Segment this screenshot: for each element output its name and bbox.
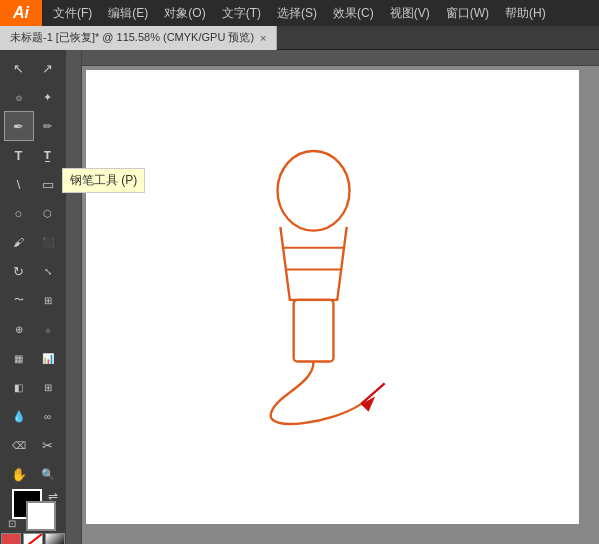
vertical-ruler — [66, 50, 82, 544]
toolbar: ↖ ↗ ⌾ ✦ ✒ ✏ T T̲ \ ▭ ○ ⬡ 🖌 ⬛ ↻ ⤡ — [0, 50, 66, 544]
zoom-tool[interactable]: 🔍 — [34, 460, 62, 488]
tool-row-14: ⌫ ✂ — [5, 431, 62, 459]
line-tool[interactable]: \ — [5, 170, 33, 198]
tool-row-3: ✒ ✏ — [5, 112, 62, 140]
scissors-tool[interactable]: ✂ — [34, 431, 62, 459]
type-tool[interactable]: T — [5, 141, 33, 169]
shape-builder-tool[interactable]: ⊕ — [5, 315, 33, 343]
color-swatches: ⇌ ⊡ — [8, 489, 58, 529]
mesh-tool[interactable]: ⊞ — [34, 373, 62, 401]
rotate-tool[interactable]: ↻ — [5, 257, 33, 285]
scale-tool[interactable]: ⤡ — [34, 257, 62, 285]
svg-rect-4 — [294, 300, 334, 362]
polygon-tool[interactable]: ⬡ — [34, 199, 62, 227]
bar-graph-tool[interactable]: 📊 — [34, 344, 62, 372]
pen-cursor-arrow — [361, 383, 385, 411]
tool-row-11: ▦ 📊 — [5, 344, 62, 372]
direct-select-tool[interactable]: ↗ — [34, 54, 62, 82]
menu-effect[interactable]: 效果(C) — [326, 3, 381, 24]
menu-bar: Ai 文件(F) 编辑(E) 对象(O) 文字(T) 选择(S) 效果(C) 视… — [0, 0, 599, 26]
background-swatch[interactable] — [26, 501, 56, 531]
tab-label: 未标题-1 [已恢复]* @ 115.58% (CMYK/GPU 预览) — [10, 30, 254, 45]
hand-tool[interactable]: ✋ — [5, 460, 33, 488]
toolbar-bottom: ⇌ ⊡ ▭ ▬ ⊡ — [0, 489, 66, 544]
main-area: ↖ ↗ ⌾ ✦ ✒ ✏ T T̲ \ ▭ ○ ⬡ 🖌 ⬛ ↻ ⤡ — [0, 50, 599, 544]
color-mode-row — [1, 533, 65, 544]
menu-object[interactable]: 对象(O) — [157, 3, 212, 24]
tool-row-10: ⊕ ⬦ — [5, 315, 62, 343]
no-fill-button[interactable] — [23, 533, 43, 544]
menu-edit[interactable]: 编辑(E) — [101, 3, 155, 24]
eyedropper-tool[interactable]: 💧 — [5, 402, 33, 430]
gradient-fill-button[interactable] — [45, 533, 65, 544]
menu-view[interactable]: 视图(V) — [383, 3, 437, 24]
tool-row-12: ◧ ⊞ — [5, 373, 62, 401]
svg-point-1 — [278, 151, 350, 231]
pen-tool[interactable]: ✒ — [5, 112, 33, 140]
menu-select[interactable]: 选择(S) — [270, 3, 324, 24]
blend-tool[interactable]: ∞ — [34, 402, 62, 430]
ellipse-tool[interactable]: ○ — [5, 199, 33, 227]
menu-help[interactable]: 帮助(H) — [498, 3, 553, 24]
tool-row-8: ↻ ⤡ — [5, 257, 62, 285]
select-tool[interactable]: ↖ — [5, 54, 33, 82]
vertical-type-tool[interactable]: T̲ — [34, 141, 62, 169]
tab-bar: 未标题-1 [已恢复]* @ 115.58% (CMYK/GPU 预览) × — [0, 26, 599, 50]
menu-items: 文件(F) 编辑(E) 对象(O) 文字(T) 选择(S) 效果(C) 视图(V… — [42, 3, 553, 24]
tool-row-15: ✋ 🔍 — [5, 460, 62, 488]
eraser-tool[interactable]: ⌫ — [5, 431, 33, 459]
pencil-tool[interactable]: ✏ — [34, 112, 62, 140]
menu-file[interactable]: 文件(F) — [46, 3, 99, 24]
magic-wand-tool[interactable]: ✦ — [34, 83, 62, 111]
active-tab[interactable]: 未标题-1 [已恢复]* @ 115.58% (CMYK/GPU 预览) × — [0, 26, 277, 50]
app-logo: Ai — [0, 0, 42, 26]
svg-line-0 — [24, 534, 42, 544]
menu-window[interactable]: 窗口(W) — [439, 3, 496, 24]
tool-row-13: 💧 ∞ — [5, 402, 62, 430]
free-transform-tool[interactable]: ⊞ — [34, 286, 62, 314]
fill-color-button[interactable] — [1, 533, 21, 544]
canvas-surface[interactable] — [86, 70, 579, 524]
menu-type[interactable]: 文字(T) — [215, 3, 268, 24]
tool-row-2: ⌾ ✦ — [5, 83, 62, 111]
horizontal-ruler — [66, 50, 599, 66]
paintbrush-tool[interactable]: 🖌 — [5, 228, 33, 256]
canvas-area[interactable] — [66, 50, 599, 544]
rect-tool[interactable]: ▭ — [34, 170, 62, 198]
reset-colors-icon[interactable]: ⊡ — [8, 518, 16, 529]
live-paint-tool[interactable]: ⬦ — [34, 315, 62, 343]
blob-brush-tool[interactable]: ⬛ — [34, 228, 62, 256]
tab-close-button[interactable]: × — [260, 32, 266, 44]
tool-row-7: 🖌 ⬛ — [5, 228, 62, 256]
tool-row-9: 〜 ⊞ — [5, 286, 62, 314]
tool-row-5: \ ▭ — [5, 170, 62, 198]
drawing-svg — [86, 70, 579, 524]
tool-row-4: T T̲ — [5, 141, 62, 169]
tool-row-6: ○ ⬡ — [5, 199, 62, 227]
tool-row-1: ↖ ↗ — [5, 54, 62, 82]
lasso-tool[interactable]: ⌾ — [5, 83, 33, 111]
graph-tool[interactable]: ▦ — [5, 344, 33, 372]
gradient-tool[interactable]: ◧ — [5, 373, 33, 401]
warp-tool[interactable]: 〜 — [5, 286, 33, 314]
